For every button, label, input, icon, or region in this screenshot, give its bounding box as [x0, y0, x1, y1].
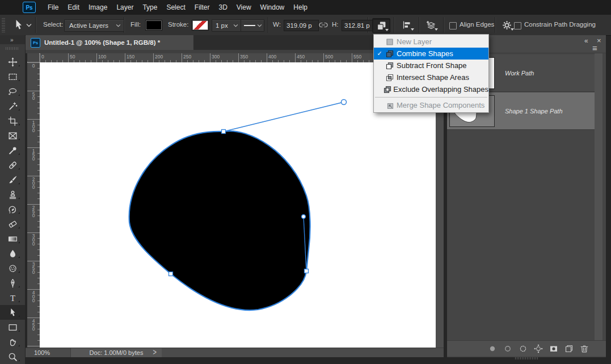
select-mode-label: Select:: [43, 21, 63, 28]
menu-item-subtract-front-shape[interactable]: Subtract Front Shape: [374, 60, 488, 71]
subtool-indicator: [16, 315, 20, 317]
constrain-path-dragging-checkbox[interactable]: [514, 22, 521, 29]
fill-path-button[interactable]: [488, 344, 497, 353]
shape-width-field[interactable]: 319.09 p: [284, 20, 319, 31]
width-label: W:: [273, 21, 281, 28]
tool-crop[interactable]: [0, 113, 25, 128]
history-brush-icon: [8, 205, 18, 214]
shape-path-outline[interactable]: [129, 131, 310, 310]
options-separator: [419, 17, 420, 33]
left-ruler[interactable]: 050100150200250300350400450: [27, 62, 40, 348]
crop-icon: [8, 116, 18, 126]
tool-clone-stamp[interactable]: [0, 187, 25, 202]
stroke-path-button[interactable]: [503, 344, 512, 353]
lasso-icon: [8, 87, 18, 96]
tool-rectangular-marquee[interactable]: [0, 69, 25, 84]
stroke-type-dropdown[interactable]: [241, 19, 264, 32]
stroke-width-dropdown[interactable]: 1 px: [212, 19, 241, 32]
panel-collapse-icon[interactable]: «: [584, 37, 588, 45]
menu-item-merge-shape-components[interactable]: Merge Shape Components: [374, 99, 488, 111]
tool-move[interactable]: [0, 54, 25, 69]
document-tab[interactable]: Ps Untitled-1 @ 100% (Shape 1, RGB/8) *: [26, 35, 193, 50]
tool-gradient[interactable]: [0, 231, 25, 246]
ruler-label: 0: [27, 64, 40, 68]
tool-pen[interactable]: [0, 276, 25, 290]
toolbar-collapse-button[interactable]: »: [0, 35, 25, 44]
document-info-field[interactable]: Doc: 1.00M/0 bytes >: [71, 348, 162, 357]
direction-handle-point[interactable]: [302, 215, 306, 219]
anchor-point[interactable]: [169, 272, 173, 276]
photoshop-logo[interactable]: Ps: [23, 2, 36, 13]
status-chevron-icon: >: [153, 348, 157, 357]
add-mask-button[interactable]: [549, 344, 558, 353]
ruler-label: 450: [297, 54, 305, 60]
delete-path-button[interactable]: [580, 344, 589, 353]
panel-close-icon[interactable]: ×: [597, 36, 601, 45]
shape-height-field[interactable]: 312.81 p: [342, 20, 377, 31]
menu-item-new-layer[interactable]: New Layer: [374, 36, 488, 48]
tool-blur[interactable]: [0, 246, 25, 261]
work-path-from-selection-button[interactable]: [534, 344, 543, 353]
tool-frame[interactable]: [0, 128, 25, 143]
tool-history-brush[interactable]: [0, 202, 25, 217]
tool-path-selection[interactable]: [0, 305, 25, 320]
menu-edit[interactable]: Edit: [63, 0, 84, 15]
toolbar-grip[interactable]: [6, 47, 19, 50]
tool-eyedropper[interactable]: [0, 143, 25, 158]
paths-panel-scrollbar[interactable]: [595, 53, 602, 340]
tool-preset-button[interactable]: [14, 19, 24, 31]
direction-handle-line[interactable]: [224, 102, 344, 132]
options-bar: Select: Active Layers Fill: Stroke: 1 px…: [0, 15, 611, 36]
tool-hand[interactable]: [0, 335, 25, 349]
path-alignment-button[interactable]: [398, 18, 415, 32]
menu-item-combine-shapes[interactable]: ✓Combine Shapes: [374, 48, 488, 60]
ruler-tick: [40, 53, 40, 62]
fill-swatch[interactable]: [145, 20, 162, 31]
new-path-button[interactable]: [564, 344, 574, 353]
tool-sponge[interactable]: [0, 261, 25, 276]
menu-type[interactable]: Type: [138, 0, 162, 15]
menu-filter[interactable]: Filter: [190, 0, 214, 15]
zoom-level-field[interactable]: 100%: [26, 348, 71, 357]
menu-file[interactable]: File: [43, 0, 63, 15]
options-bar-grip[interactable]: [2, 18, 5, 32]
path-as-selection-button[interactable]: [519, 344, 528, 353]
path-arrangement-button[interactable]: [422, 18, 439, 32]
menu-item-exclude-overlapping-shapes[interactable]: Exclude Overlapping Shapes: [374, 83, 488, 95]
path-operations-button[interactable]: [372, 18, 390, 33]
select-mode-dropdown[interactable]: Active Layers: [64, 19, 125, 32]
direction-handle-point[interactable]: [342, 100, 347, 105]
menu-item-intersect-shape-areas[interactable]: Intersect Shape Areas: [374, 71, 488, 83]
menu-help[interactable]: Help: [289, 0, 312, 15]
menu-select[interactable]: Select: [162, 0, 189, 15]
panel-menu-icon[interactable]: ≡: [592, 43, 597, 53]
panel-resize-grip[interactable]: [515, 357, 538, 359]
tool-spot-healing-brush[interactable]: [0, 158, 25, 172]
subtool-indicator: [16, 300, 20, 302]
ruler-corner[interactable]: [27, 53, 40, 62]
link-dimensions-icon[interactable]: [319, 22, 328, 28]
menu-3d[interactable]: 3D: [214, 0, 231, 15]
tool-zoom[interactable]: [0, 349, 25, 364]
menu-view[interactable]: View: [232, 0, 256, 15]
stroke-swatch[interactable]: [192, 20, 209, 31]
new-layer-icon: [385, 37, 394, 46]
align-edges-checkbox[interactable]: [449, 22, 457, 29]
menu-image[interactable]: Image: [84, 0, 112, 15]
tool-eraser[interactable]: [0, 217, 25, 231]
menu-layer[interactable]: Layer: [112, 0, 138, 15]
paths-panel-footer: [447, 340, 606, 356]
tool-lasso[interactable]: [0, 84, 25, 99]
tool-rectangle[interactable]: [0, 320, 25, 335]
subtool-indicator: [16, 168, 20, 170]
menu-window[interactable]: Window: [256, 0, 289, 15]
tool-brush[interactable]: [0, 172, 25, 187]
tool-quick-selection[interactable]: [0, 99, 25, 113]
anchor-point[interactable]: [222, 130, 226, 134]
settings-gear-button[interactable]: [498, 18, 515, 32]
path-operations-menu: New Layer✓Combine ShapesSubtract Front S…: [373, 34, 489, 113]
tool-type[interactable]: T: [0, 290, 25, 305]
tool-preset-chevron-icon[interactable]: [26, 23, 32, 27]
anchor-point[interactable]: [305, 269, 309, 273]
combine-shapes-icon: [377, 21, 386, 31]
